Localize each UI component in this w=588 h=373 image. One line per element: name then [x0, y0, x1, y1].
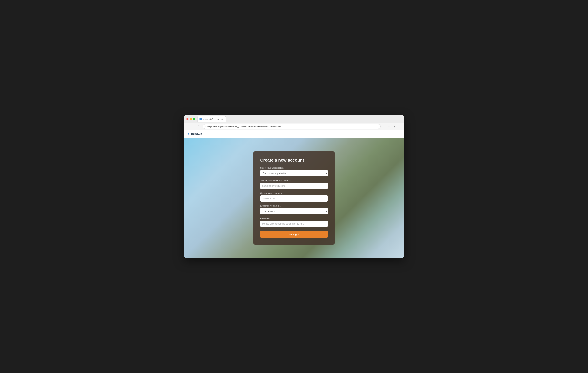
logo[interactable]: ✦ Buddy.io	[187, 132, 202, 136]
url-text: File | /Users/leoguo/Documents/Syr_Cours…	[207, 125, 281, 128]
password-group: Password	[260, 217, 328, 227]
maximize-button[interactable]	[193, 118, 195, 120]
role-select[interactable]: Undisclosed Student Professor Staff	[260, 208, 328, 214]
address-bar: ‹ › ↻ ℹ File | /Users/leoguo/Documents/S…	[184, 123, 404, 130]
forward-button[interactable]: ›	[192, 124, 196, 129]
share-button[interactable]: ⬆	[382, 124, 386, 129]
organization-group: Select your Organization Choose an organ…	[260, 167, 328, 176]
close-button[interactable]	[186, 118, 189, 120]
signup-card: Create a new account Select your Organiz…	[253, 151, 335, 245]
logo-text: Buddy.io	[191, 133, 202, 135]
main-content: Create a new account Select your Organiz…	[184, 138, 404, 258]
org-label: Select your Organization	[260, 167, 328, 169]
password-input[interactable]	[260, 221, 328, 227]
username-group: Choose your username	[260, 192, 328, 202]
card-title: Create a new account	[260, 158, 328, 163]
submit-button[interactable]: Let's go!	[260, 231, 328, 238]
organization-select[interactable]: Choose an organization Organization 1 Or…	[260, 170, 328, 176]
tab-label: Account Creation	[203, 118, 220, 120]
tab-bar: Account Creation ✕ +	[197, 116, 402, 122]
menu-button[interactable]: ⋮	[398, 124, 402, 129]
password-label: Password	[260, 217, 328, 220]
traffic-lights	[186, 118, 195, 120]
role-label: (Optional) You are a ...	[260, 205, 328, 207]
back-button[interactable]: ‹	[186, 124, 190, 129]
url-bar[interactable]: ℹ File | /Users/leoguo/Documents/Syr_Cou…	[203, 124, 381, 129]
username-input[interactable]	[260, 195, 328, 202]
tab-favicon	[200, 118, 202, 120]
site-navbar: ✦ Buddy.io	[184, 130, 404, 138]
email-group: Your organization email address	[260, 179, 328, 189]
role-group: (Optional) You are a ... Undisclosed Stu…	[260, 205, 328, 214]
minimize-button[interactable]	[190, 118, 192, 120]
bookmark-button[interactable]: ☆	[387, 124, 391, 129]
title-bar: Account Creation ✕ +	[184, 115, 404, 123]
tab-close-button[interactable]: ✕	[221, 118, 223, 120]
address-actions: ⬆ ☆ ⊕ ⋮	[382, 124, 402, 129]
username-label: Choose your username	[260, 192, 328, 194]
email-label: Your organization email address	[260, 179, 328, 182]
url-lock-icon: ℹ	[205, 125, 206, 127]
new-tab-button[interactable]: +	[227, 117, 231, 121]
browser-window: Account Creation ✕ + ‹ › ↻ ℹ File | /Use…	[184, 115, 404, 258]
email-input[interactable]	[260, 183, 328, 189]
logo-icon: ✦	[187, 132, 190, 136]
active-tab[interactable]: Account Creation ✕	[197, 116, 226, 122]
reload-button[interactable]: ↻	[197, 124, 201, 129]
extensions-button[interactable]: ⊕	[392, 124, 397, 129]
